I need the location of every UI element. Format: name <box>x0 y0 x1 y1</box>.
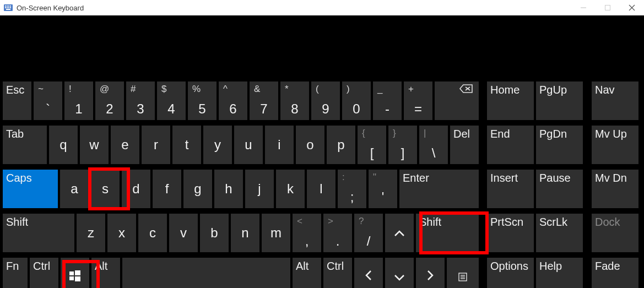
svg-rect-6 <box>7 7 8 8</box>
right-ctrl-key[interactable]: Ctrl <box>323 258 352 288</box>
home-key[interactable]: Home <box>487 81 534 120</box>
mvup-key[interactable]: Mv Up <box>592 126 638 164</box>
a-key[interactable]: a <box>60 170 89 208</box>
dock-key[interactable]: Dock <box>592 214 638 252</box>
t-key[interactable]: t <box>172 126 201 164</box>
four-key[interactable]: $4 <box>157 81 186 120</box>
i-key[interactable]: i <box>265 126 294 164</box>
help-key[interactable]: Help <box>536 258 583 288</box>
minimize-button[interactable] <box>571 0 596 15</box>
svg-rect-9 <box>6 9 10 10</box>
l-key[interactable]: l <box>307 170 335 208</box>
g-key[interactable]: g <box>183 170 212 208</box>
period-key[interactable]: >. <box>323 214 352 252</box>
backtick-key[interactable]: ~` <box>34 81 62 120</box>
one-key[interactable]: !1 <box>64 81 93 120</box>
five-key[interactable]: %5 <box>188 81 217 120</box>
tab-key[interactable]: Tab <box>3 126 47 164</box>
svg-rect-2 <box>7 6 8 7</box>
keyboard-area: Esc ~` !1 @2 #3 $4 %5 ^6 &7 *8 (9 )0 _- … <box>0 15 644 288</box>
svg-rect-17 <box>75 270 80 275</box>
arrow-right-key[interactable] <box>416 258 445 288</box>
svg-rect-8 <box>10 7 11 8</box>
titlebar: On-Screen Keyboard <box>0 0 644 15</box>
chevron-right-icon <box>426 269 434 285</box>
equals-key[interactable]: += <box>404 81 432 120</box>
d-key[interactable]: d <box>122 170 150 208</box>
left-ctrl-key[interactable]: Ctrl <box>30 258 58 288</box>
fn-key[interactable]: Fn <box>3 258 28 288</box>
m-key[interactable]: m <box>262 214 290 252</box>
prtscn-key[interactable]: PrtScn <box>487 214 534 252</box>
h-key[interactable]: h <box>214 170 243 208</box>
caps-key[interactable]: Caps <box>3 170 58 208</box>
semicolon-key[interactable]: :; <box>338 170 366 208</box>
mvdn-key[interactable]: Mv Dn <box>592 170 638 208</box>
arrow-up-key[interactable] <box>385 214 414 252</box>
slash-key[interactable]: ?/ <box>354 214 383 252</box>
windows-icon <box>69 269 80 285</box>
seven-key[interactable]: &7 <box>250 81 278 120</box>
svg-rect-1 <box>5 6 6 7</box>
arrow-left-key[interactable] <box>354 258 383 288</box>
end-key[interactable]: End <box>487 126 534 164</box>
right-alt-key[interactable]: Alt <box>293 258 321 288</box>
right-bracket-key[interactable]: }] <box>388 126 417 164</box>
pgdn-key[interactable]: PgDn <box>536 126 583 164</box>
six-key[interactable]: ^6 <box>219 81 247 120</box>
right-shift-key[interactable]: Shift <box>416 214 479 252</box>
nine-key[interactable]: (9 <box>311 81 340 120</box>
p-key[interactable]: p <box>327 126 355 164</box>
comma-key[interactable]: <, <box>293 214 321 252</box>
left-shift-key[interactable]: Shift <box>3 214 74 252</box>
menu-key[interactable] <box>447 258 479 288</box>
x-key[interactable]: x <box>107 214 136 252</box>
n-key[interactable]: n <box>231 214 259 252</box>
f-key[interactable]: f <box>153 170 181 208</box>
space-key[interactable] <box>122 258 290 288</box>
three-key[interactable]: #3 <box>126 81 155 120</box>
minus-key[interactable]: _- <box>373 81 402 120</box>
z-key[interactable]: z <box>77 214 105 252</box>
pgup-key[interactable]: PgUp <box>536 81 583 120</box>
b-key[interactable]: b <box>200 214 229 252</box>
insert-key[interactable]: Insert <box>487 170 534 208</box>
window-title: On-Screen Keyboard <box>17 4 84 12</box>
left-alt-key[interactable]: Alt <box>91 258 120 288</box>
backslash-key[interactable]: |\ <box>419 126 448 164</box>
svg-rect-19 <box>75 276 80 281</box>
r-key[interactable]: r <box>142 126 170 164</box>
y-key[interactable]: y <box>203 126 232 164</box>
left-bracket-key[interactable]: {[ <box>358 126 386 164</box>
u-key[interactable]: u <box>234 126 263 164</box>
windows-key[interactable] <box>61 258 89 288</box>
e-key[interactable]: e <box>111 126 139 164</box>
k-key[interactable]: k <box>276 170 305 208</box>
o-key[interactable]: o <box>296 126 324 164</box>
s-key[interactable]: s <box>91 170 120 208</box>
quote-key[interactable]: "' <box>369 170 397 208</box>
enter-key[interactable]: Enter <box>399 170 479 208</box>
zero-key[interactable]: )0 <box>342 81 371 120</box>
fade-key[interactable]: Fade <box>592 258 638 288</box>
c-key[interactable]: c <box>138 214 167 252</box>
close-button[interactable] <box>620 0 644 15</box>
del-key[interactable]: Del <box>450 126 479 164</box>
w-key[interactable]: w <box>80 126 109 164</box>
two-key[interactable]: @2 <box>95 81 124 120</box>
arrow-down-key[interactable] <box>385 258 414 288</box>
svg-rect-7 <box>8 7 9 8</box>
maximize-button[interactable] <box>596 0 620 15</box>
chevron-left-icon <box>365 269 372 285</box>
j-key[interactable]: j <box>245 170 274 208</box>
q-key[interactable]: q <box>49 126 78 164</box>
backspace-key[interactable] <box>435 81 479 120</box>
options-key[interactable]: Options <box>487 258 534 288</box>
esc-key[interactable]: Esc <box>3 81 31 120</box>
pause-key[interactable]: Pause <box>536 170 583 208</box>
scrlk-key[interactable]: ScrLk <box>536 214 583 252</box>
eight-key[interactable]: *8 <box>280 81 309 120</box>
v-key[interactable]: v <box>169 214 198 252</box>
chevron-up-icon <box>393 225 405 241</box>
nav-key[interactable]: Nav <box>592 81 638 120</box>
